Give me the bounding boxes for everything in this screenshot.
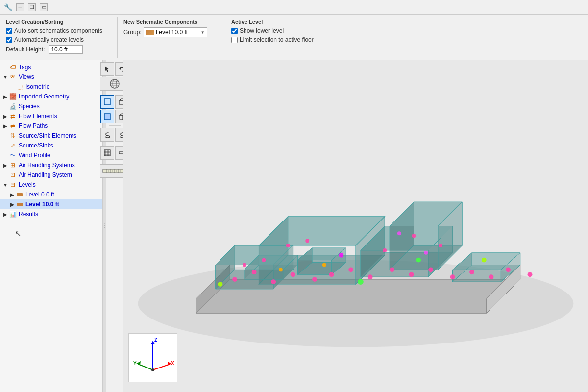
flow-paths-icon: ⇌ [9, 122, 17, 130]
svg-rect-0 [17, 193, 23, 196]
default-height-row: Default Height: [6, 45, 111, 54]
vertical-toolbar [106, 60, 123, 392]
maximize-btn[interactable]: ▭ [40, 3, 48, 11]
expand-icon [2, 172, 9, 178]
wind-profile-icon: 〜 [9, 151, 17, 159]
sidebar-item-air-handling-system[interactable]: ⊡ Air Handling System [0, 170, 102, 180]
flow-elements-label: Flow Elements [19, 113, 57, 120]
svg-point-91 [439, 244, 442, 247]
level-10-icon [16, 200, 24, 208]
svg-point-99 [279, 268, 283, 271]
sidebar: 🏷 Tags ▼ 👁 Views ⬚ Isometric ▶ 🧱 Importe… [0, 60, 103, 392]
svg-point-72 [291, 272, 295, 277]
level-0-label: Level 0.0 ft [25, 191, 54, 198]
expand-icon: ▶ [2, 93, 9, 100]
expand-icon: ▶ [9, 191, 16, 198]
sidebar-item-source-sink-elements[interactable]: ⇅ Source/Sink Elements [0, 131, 102, 141]
minimize-btn[interactable]: ─ [16, 3, 24, 11]
species-icon: 🔬 [9, 102, 17, 110]
expand-icon: ▶ [2, 113, 9, 120]
new-schematic-section: New Schematic Components Group: Level 10… [118, 17, 225, 58]
sidebar-item-source-sinks[interactable]: ⤢ Source/Sinks [0, 141, 102, 150]
sidebar-item-level-0[interactable]: ▶ Level 0.0 ft [0, 190, 102, 199]
new-schematic-title: New Schematic Components [123, 19, 219, 24]
expand-icon [9, 83, 16, 90]
sidebar-item-species[interactable]: 🔬 Species [0, 101, 102, 111]
auto-sort-checkbox[interactable] [6, 28, 12, 34]
views-icon: 👁 [9, 73, 17, 81]
auto-create-checkbox[interactable] [6, 37, 12, 43]
sidebar-item-wind-profile[interactable]: 〜 Wind Profile [0, 150, 102, 160]
limit-selection-label: Limit selection to active floor [240, 36, 314, 43]
expand-icon: ▼ [2, 181, 9, 188]
expand-icon [2, 142, 9, 149]
svg-point-73 [312, 277, 317, 282]
levels-label: Levels [19, 181, 36, 188]
sidebar-item-tags[interactable]: 🏷 Tags [0, 62, 102, 72]
svg-point-93 [358, 279, 364, 285]
group-row: Group: Level 10.0 ft ▼ [123, 27, 219, 37]
flow-paths-label: Flow Paths [19, 122, 48, 129]
svg-point-87 [286, 244, 290, 247]
svg-point-95 [482, 258, 487, 263]
sidebar-item-level-10[interactable]: ▶ Level 10.0 ft [0, 199, 102, 209]
select-button[interactable] [100, 62, 114, 76]
results-label: Results [19, 211, 38, 218]
plan-view-button[interactable] [100, 110, 114, 123]
2d-view-button[interactable] [100, 95, 114, 109]
show-lower-label: Show lower level [240, 27, 284, 34]
show-lower-row: Show lower level [231, 27, 357, 34]
svg-point-82 [450, 274, 455, 279]
active-level-title: Active Level [231, 19, 357, 24]
svg-point-78 [368, 274, 373, 279]
svg-point-76 [329, 272, 334, 277]
svg-point-88 [305, 239, 309, 243]
sidebar-item-flow-paths[interactable]: ▶ ⇌ Flow Paths [0, 121, 102, 131]
expand-icon: ▶ [9, 201, 16, 208]
measure-button[interactable] [100, 146, 114, 160]
isometric-label: Isometric [25, 83, 49, 90]
svg-point-71 [271, 279, 276, 284]
svg-marker-3 [119, 67, 121, 70]
default-height-input[interactable] [49, 45, 83, 54]
expand-icon: ▶ [2, 122, 9, 129]
source-sinks-label: Source/Sinks [19, 142, 53, 149]
separator-4 [109, 162, 121, 162]
level-creation-section: Level Creation/Sorting Auto sort schemat… [0, 17, 118, 58]
viewport[interactable]: Z X Y [123, 60, 588, 392]
expand-icon [2, 64, 9, 71]
group-dropdown[interactable]: Level 10.0 ft ▼ [144, 27, 207, 37]
source-sink-elements-label: Source/Sink Elements [19, 132, 76, 139]
svg-text:X: X [171, 361, 174, 366]
svg-point-111 [151, 368, 154, 371]
svg-point-98 [424, 251, 428, 255]
svg-point-92 [218, 282, 223, 287]
sidebar-item-results[interactable]: ▶ 📊 Results [0, 209, 102, 219]
air-handling-systems-label: Air Handling Systems [19, 162, 75, 169]
sidebar-item-imported-geometry[interactable]: ▶ 🧱 Imported Geometry [0, 92, 102, 101]
level-icon [146, 30, 154, 35]
sidebar-item-views[interactable]: ▼ 👁 Views [0, 72, 102, 82]
sidebar-item-air-handling-systems[interactable]: ▶ ⊞ Air Handling Systems [0, 160, 102, 170]
active-level-section: Active Level Show lower level Limit sele… [225, 17, 363, 58]
svg-point-79 [390, 267, 394, 272]
air-handling-system-icon: ⊡ [9, 171, 17, 179]
sidebar-item-isometric[interactable]: ⬚ Isometric [0, 82, 102, 92]
show-lower-checkbox[interactable] [231, 28, 238, 34]
limit-selection-checkbox[interactable] [231, 37, 238, 43]
imported-geometry-label: Imported Geometry [19, 93, 69, 100]
level-0-icon [16, 191, 24, 198]
restore-btn[interactable]: ❐ [28, 3, 36, 11]
auto-create-label: Automatically create levels [14, 36, 84, 43]
sidebar-item-flow-elements[interactable]: ▶ ⇄ Flow Elements [0, 111, 102, 121]
svg-point-97 [397, 231, 401, 235]
svg-point-74 [243, 263, 246, 267]
svg-point-75 [262, 258, 266, 262]
results-icon: 📊 [9, 210, 17, 218]
sidebar-item-levels[interactable]: ▼ ⊟ Levels [0, 180, 102, 190]
air-handling-systems-icon: ⊞ [9, 161, 17, 169]
flow-elements-icon: ⇄ [9, 112, 17, 120]
svg-point-94 [416, 258, 421, 263]
s1-button[interactable] [100, 128, 114, 142]
source-sink-elements-icon: ⇅ [9, 132, 17, 140]
